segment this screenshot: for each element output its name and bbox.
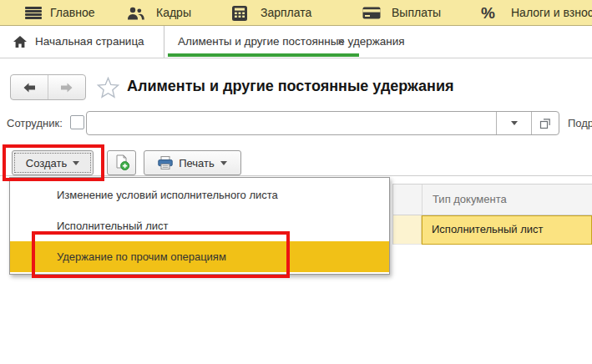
employee-dropdown-button[interactable]: [496, 112, 531, 134]
section-salary[interactable]: Зарплата: [261, 0, 311, 25]
section-payments[interactable]: Выплаты: [392, 0, 441, 25]
section-panel: Главное Кадры Зарплата Выплаты % Налоги …: [0, 0, 592, 26]
deductions-table: Тип документа Исполнительный лист: [392, 184, 592, 245]
forward-button[interactable]: [48, 75, 85, 99]
section-taxes[interactable]: Налоги и взносы: [511, 0, 592, 25]
column-header-empty: [393, 185, 422, 215]
main-menu-button[interactable]: [25, 7, 42, 19]
division-label: Подразделение:: [568, 117, 592, 129]
menu-item-other-operations-deduction[interactable]: Удержание по прочим операциям: [10, 241, 389, 272]
people-icon: [126, 7, 144, 23]
toolbar-separator: [0, 175, 592, 176]
page-title: Алименты и другие постоянные удержания: [127, 78, 454, 95]
employee-field: [86, 111, 559, 135]
open-list-icon: [539, 118, 551, 129]
create-button-label: Создать: [26, 157, 67, 169]
employee-label: Сотрудник:: [7, 117, 63, 129]
section-staff[interactable]: Кадры: [156, 0, 191, 25]
printer-icon: [158, 156, 173, 169]
menu-item-writ-of-execution[interactable]: Исполнительный лист: [10, 210, 389, 241]
tab-home[interactable]: Начальная страница: [0, 26, 164, 58]
nav-history-group: [10, 74, 86, 100]
create-menu: Изменение условий исполнительного листа …: [9, 177, 390, 275]
chevron-down-icon: [73, 161, 79, 165]
calculator-icon: [231, 5, 248, 24]
table-header-row: Тип документа: [392, 184, 592, 215]
employee-checkbox[interactable]: [70, 115, 84, 129]
cell-doc-type[interactable]: Исполнительный лист: [422, 215, 592, 245]
create-button[interactable]: Создать: [12, 150, 94, 175]
chevron-down-icon: [220, 161, 227, 165]
add-document-icon: [114, 154, 130, 171]
table-row[interactable]: Исполнительный лист: [392, 215, 592, 245]
column-header-doc-type[interactable]: Тип документа: [423, 185, 592, 215]
active-tab-underline: [168, 53, 359, 57]
favorite-star-button[interactable]: [97, 77, 119, 101]
row-service-cell: [392, 215, 422, 245]
arrow-left-icon: [23, 83, 36, 93]
menu-item-change-writ-terms[interactable]: Изменение условий исполнительного листа: [10, 179, 389, 210]
back-button[interactable]: [11, 75, 48, 99]
tab-bar: Начальная страница Алименты и другие пос…: [0, 26, 592, 58]
arrow-right-icon: [60, 83, 73, 93]
star-icon: [97, 77, 119, 99]
section-main[interactable]: Главное: [50, 0, 95, 25]
employee-input[interactable]: [92, 113, 493, 134]
print-button[interactable]: Печать: [144, 150, 241, 175]
print-button-label: Печать: [179, 157, 215, 169]
tab-home-label: Начальная страница: [35, 26, 144, 58]
chevron-down-icon: [511, 121, 518, 125]
bank-card-icon: [362, 7, 381, 22]
percent-icon: %: [481, 2, 495, 25]
create-by-copy-button[interactable]: [107, 150, 136, 175]
app-window: Главное Кадры Зарплата Выплаты % Налоги …: [0, 0, 592, 364]
employee-open-list-button[interactable]: [531, 112, 559, 134]
home-icon: [13, 36, 27, 50]
